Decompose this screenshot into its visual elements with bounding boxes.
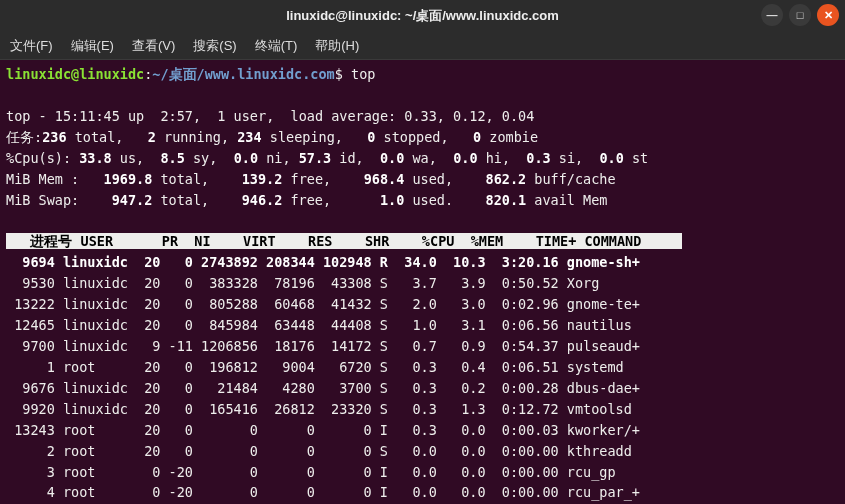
prompt-dollar: $ bbox=[335, 66, 343, 82]
terminal-area[interactable]: linuxidc@linuxidc:~/桌面/www.linuxidc.com$… bbox=[0, 60, 845, 504]
table-row: 12465 linuxidc 20 0 845984 63448 44408 S… bbox=[6, 317, 632, 333]
maximize-icon: □ bbox=[797, 9, 804, 21]
menu-edit[interactable]: 编辑(E) bbox=[71, 37, 114, 55]
table-row: 9676 linuxidc 20 0 21484 4280 3700 S 0.3… bbox=[6, 380, 640, 396]
menubar: 文件(F) 编辑(E) 查看(V) 搜索(S) 终端(T) 帮助(H) bbox=[0, 32, 845, 60]
process-header: 进程号 USER PR NI VIRT RES SHR %CPU %MEM TI… bbox=[6, 233, 682, 249]
minimize-button[interactable]: — bbox=[761, 4, 783, 26]
close-icon: ✕ bbox=[824, 9, 833, 22]
prompt-path: ~/桌面/www.linuxidc.com bbox=[152, 66, 334, 82]
menu-help[interactable]: 帮助(H) bbox=[315, 37, 359, 55]
table-row: 9694 linuxidc 20 0 2743892 208344 102948… bbox=[6, 254, 640, 270]
titlebar[interactable]: linuxidc@linuxidc: ~/桌面/www.linuxidc.com… bbox=[0, 0, 845, 32]
top-tasks: 任务:236 total, 2 running, 234 sleeping, 0… bbox=[6, 129, 538, 145]
prompt-userhost: linuxidc@linuxidc bbox=[6, 66, 144, 82]
command-input: top bbox=[351, 66, 375, 82]
table-row: 9530 linuxidc 20 0 383328 78196 43308 S … bbox=[6, 275, 599, 291]
terminal-content: linuxidc@linuxidc:~/桌面/www.linuxidc.com$… bbox=[6, 64, 839, 503]
table-row: 4 root 0 -20 0 0 0 I 0.0 0.0 0:00.00 rcu… bbox=[6, 484, 640, 500]
maximize-button[interactable]: □ bbox=[789, 4, 811, 26]
top-mem: MiB Mem : 1969.8 total, 139.2 free, 968.… bbox=[6, 171, 616, 187]
table-row: 9920 linuxidc 20 0 165416 26812 23320 S … bbox=[6, 401, 632, 417]
top-cpu: %Cpu(s): 33.8 us, 8.5 sy, 0.0 ni, 57.3 i… bbox=[6, 150, 648, 166]
menu-search[interactable]: 搜索(S) bbox=[193, 37, 236, 55]
window-title: linuxidc@linuxidc: ~/桌面/www.linuxidc.com bbox=[286, 7, 559, 25]
menu-view[interactable]: 查看(V) bbox=[132, 37, 175, 55]
process-list: 9694 linuxidc 20 0 2743892 208344 102948… bbox=[6, 254, 640, 500]
table-row: 13222 linuxidc 20 0 805288 60468 41432 S… bbox=[6, 296, 640, 312]
close-button[interactable]: ✕ bbox=[817, 4, 839, 26]
top-line1: top - 15:11:45 up 2:57, 1 user, load ave… bbox=[6, 108, 534, 124]
table-row: 13243 root 20 0 0 0 0 I 0.3 0.0 0:00.03 … bbox=[6, 422, 640, 438]
table-row: 3 root 0 -20 0 0 0 I 0.0 0.0 0:00.00 rcu… bbox=[6, 464, 616, 480]
terminal-window: linuxidc@linuxidc: ~/桌面/www.linuxidc.com… bbox=[0, 0, 845, 504]
menu-file[interactable]: 文件(F) bbox=[10, 37, 53, 55]
window-controls: — □ ✕ bbox=[761, 4, 839, 26]
minimize-icon: — bbox=[767, 9, 778, 21]
table-row: 9700 linuxidc 9 -11 1206856 18176 14172 … bbox=[6, 338, 640, 354]
top-swap: MiB Swap: 947.2 total, 946.2 free, 1.0 u… bbox=[6, 192, 608, 208]
table-row: 2 root 20 0 0 0 0 S 0.0 0.0 0:00.00 kthr… bbox=[6, 443, 632, 459]
menu-terminal[interactable]: 终端(T) bbox=[255, 37, 298, 55]
table-row: 1 root 20 0 196812 9004 6720 S 0.3 0.4 0… bbox=[6, 359, 624, 375]
